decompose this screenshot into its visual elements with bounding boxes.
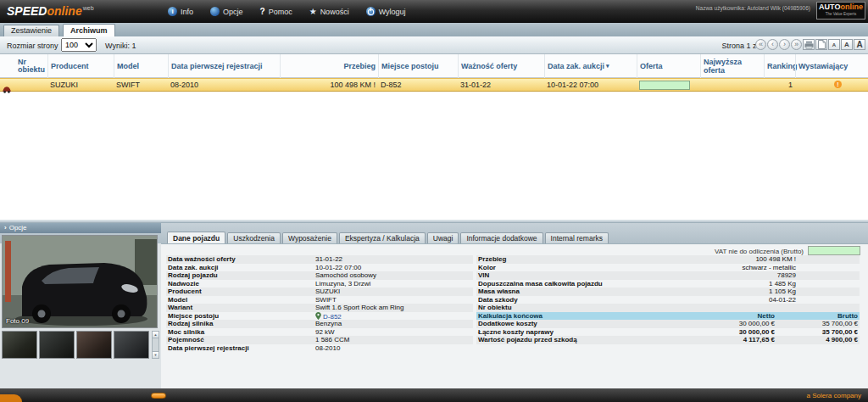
brand-online: online — [840, 3, 863, 11]
detail-row: Nr obiektu — [476, 304, 860, 312]
thumbnail-1[interactable] — [2, 331, 37, 359]
nav-info[interactable]: i Info — [168, 7, 193, 16]
field-label: Wartość pojazdu przed szkodą — [478, 336, 577, 344]
toolbar: Rozmiar strony 100 Wyniki: 1 Strona 1 z … — [0, 36, 868, 54]
column-header-miejsce-postoju[interactable]: Miejsce postoju — [378, 54, 458, 78]
tab-archiwum[interactable]: Archiwum — [63, 24, 115, 36]
column-header-data-rejestracji[interactable]: Data pierwszej rejestracji — [168, 54, 280, 78]
field-label: Dodatkowe koszty — [478, 320, 537, 328]
column-header-waznosc-oferty[interactable]: Ważność oferty — [458, 54, 544, 78]
nav-wyloguj[interactable]: Wyloguj — [366, 7, 406, 16]
thumbnail-2[interactable] — [39, 331, 75, 359]
font-size-large-button[interactable]: A — [854, 39, 865, 50]
kalkulacja-row: Wartość pojazdu przed szkodą 4 117,65 € … — [476, 336, 860, 344]
column-header-data-zak-aukcji[interactable]: Data zak. aukcji ▾ — [544, 54, 637, 78]
column-header-model[interactable]: Model — [114, 54, 168, 78]
field-label: Dopuszczalna masa całkowita pojazdu — [478, 280, 603, 288]
thumbnail-3[interactable] — [76, 331, 112, 359]
column-header-nr-obiektu[interactable]: Nr obiektu — [15, 54, 47, 78]
brutto-header: Brutto — [837, 312, 858, 321]
field-value: Limuzyna, 3 Drzwi — [315, 280, 370, 288]
cell-producent: SUZUKI — [47, 79, 81, 91]
tab-dane-pojazdu[interactable]: Dane pojazdu — [167, 232, 225, 244]
field-value: SWIFT — [315, 296, 337, 304]
sort-desc-icon: ▾ — [606, 63, 609, 70]
tab-zestawienie[interactable]: Zestawienie — [3, 25, 59, 36]
field-label: Model — [168, 296, 187, 304]
column-header-ranking[interactable]: Ranking — [764, 54, 795, 78]
first-page-button[interactable]: « — [755, 39, 766, 50]
toolbar-icons: « ‹ › » A A A — [755, 39, 865, 50]
tab-ekspertyza-kalkulacja[interactable]: Ekspertyza / Kalkulacja — [339, 232, 426, 244]
detail-row: VIN78929 — [476, 271, 860, 280]
thumbnail-scrollbar[interactable]: ▲ ▼ — [152, 331, 159, 359]
brand-auto: AUTO — [819, 3, 840, 11]
scroll-up-icon[interactable]: ▲ — [153, 332, 159, 338]
field-label: Moc silnika — [168, 328, 204, 337]
logo-speed: SPEED — [7, 4, 47, 18]
field-value: 10-01-22 07:00 — [315, 264, 361, 272]
field-value: 1 586 CCM — [315, 336, 349, 344]
info-icon: i — [168, 7, 177, 16]
oferta-input[interactable] — [639, 81, 690, 90]
field-value: 1 485 Kg — [769, 280, 796, 288]
table-row[interactable]: SUZUKI SWIFT 08-2010 100 498 KM ! D-852 … — [0, 78, 868, 92]
next-page-button[interactable]: › — [779, 39, 790, 50]
font-size-medium-button[interactable]: A — [841, 39, 853, 50]
detail-row: Data zak. aukcji10-01-22 07:00 — [166, 264, 473, 272]
field-label: Kolor — [478, 264, 496, 272]
detail-row: NadwozieLimuzyna, 3 Drzwi — [166, 280, 473, 288]
footer-accent — [0, 394, 22, 402]
kalkulacja-title: Kalkulacja końcowa — [478, 312, 542, 321]
field-value: 1 105 Kg — [769, 288, 796, 296]
chevron-right-icon: › — [4, 224, 7, 232]
page-size-select[interactable]: 100 — [61, 38, 97, 52]
field-value: Swift 1.6 Sport Rock am Ring — [315, 304, 403, 312]
column-header-oferta[interactable]: Oferta — [637, 54, 700, 78]
detail-row: Moc silnika92 kW — [166, 328, 473, 337]
username-label: Nazwa użytkownika: Autoland Wilk (049859… — [696, 5, 810, 11]
field-label: Data ważności oferty — [168, 255, 236, 264]
netto-value: 30 000,00 € — [739, 328, 775, 337]
detail-row-miejsce-postoju: Miejsce postoju D-852 — [166, 312, 473, 321]
prev-page-button[interactable]: ‹ — [767, 39, 778, 50]
collapse-handle[interactable] — [151, 393, 166, 399]
details-right-column: Przebieg100 498 KM ! Kolorschwarz - meta… — [476, 255, 860, 344]
nav-pomoc[interactable]: ? Pomoc — [260, 7, 292, 16]
column-header-producent[interactable]: Producent — [47, 54, 114, 78]
vehicle-icon — [2, 81, 12, 97]
field-value: 08-2010 — [315, 344, 340, 353]
nav-opcje[interactable]: Opcje — [210, 7, 243, 16]
vehicle-photo[interactable]: Foto 09 — [2, 235, 158, 328]
results-count: Wyniki: 1 — [105, 42, 136, 50]
column-header-przebieg[interactable]: Przebieg — [280, 54, 378, 78]
column-header-wystawiajacy[interactable]: Wystawiający — [795, 54, 853, 78]
field-value: 31-01-22 — [315, 255, 342, 264]
detail-row: Masa własna1 105 Kg — [476, 288, 860, 296]
tab-uwagi[interactable]: Uwagi — [427, 232, 459, 244]
brutto-value: 35 700,00 € — [822, 328, 858, 337]
field-value: Samochód osobowy — [315, 271, 376, 280]
help-icon: ? — [260, 7, 265, 16]
tab-wyposazenie[interactable]: Wyposażenie — [282, 232, 337, 244]
vat-label: VAT nie do odliczenia (Brutto) — [715, 248, 804, 255]
export-button[interactable] — [815, 39, 827, 50]
tab-informacje-dodatkowe[interactable]: Informacje dodatkowe — [460, 232, 542, 244]
print-button[interactable] — [803, 39, 815, 50]
font-size-small-button[interactable]: A — [828, 39, 840, 50]
column-header-najwyzsza-oferta[interactable]: Najwyższa oferta — [700, 54, 764, 78]
last-page-button[interactable]: » — [791, 39, 802, 50]
scroll-down-icon[interactable]: ▼ — [153, 351, 159, 358]
nav-nowosci[interactable]: ★ Nowości — [309, 8, 349, 16]
field-value: 78929 — [777, 271, 796, 280]
kalkulacja-row: Dodatkowe koszty 30 000,00 € 35 700,00 € — [476, 320, 860, 328]
field-label: Data pierwszej rejestracji — [168, 344, 249, 353]
warning-icon[interactable]: ! — [834, 81, 842, 88]
tab-internal-remarks[interactable]: Internal remarks — [545, 232, 609, 244]
tab-uszkodzenia[interactable]: Uszkodzenia — [227, 232, 281, 244]
opcje-panel-header[interactable]: ›Opcje — [0, 223, 161, 233]
autoonline-logo: AUTOonline The Value Experts — [816, 2, 865, 20]
field-label: Producent — [168, 288, 202, 296]
field-label: VIN — [478, 271, 489, 280]
thumbnail-4[interactable] — [114, 331, 149, 359]
